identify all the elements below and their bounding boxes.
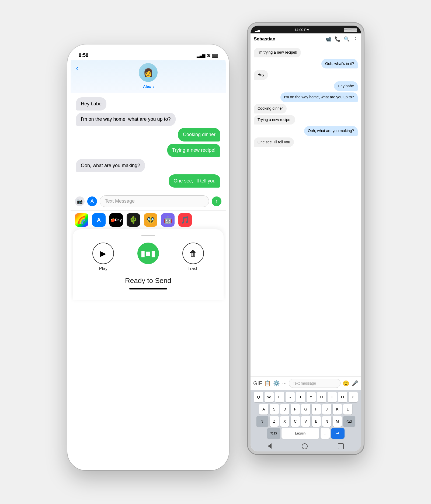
contact-name[interactable]: Alex ›: [142, 84, 154, 89]
android-contact-name: Sebastian: [254, 36, 323, 42]
voice-controls: ▶ Play ▮■▮ 🗑 Trash: [81, 243, 215, 271]
music-icon[interactable]: 🎵: [178, 213, 192, 227]
key-period[interactable]: .: [321, 428, 330, 439]
key-g[interactable]: G: [301, 404, 310, 415]
key-enter[interactable]: ↵: [331, 428, 345, 439]
appstore-app-icon[interactable]: A: [92, 213, 106, 227]
key-shift[interactable]: ⇧: [256, 416, 268, 427]
key-i[interactable]: I: [328, 392, 337, 402]
app-strip: 🌈 A 🍎Pay 🌵 🥸 🤖 🎵: [71, 210, 226, 229]
trash-button[interactable]: 🗑: [182, 243, 204, 264]
android-message-bubble: One sec, I'll tell you: [254, 137, 294, 147]
phone-icon[interactable]: 📞: [335, 36, 340, 42]
key-a[interactable]: A: [259, 404, 268, 415]
key-u[interactable]: U: [317, 392, 326, 402]
key-t[interactable]: T: [296, 392, 305, 402]
panel-handle: [141, 235, 155, 236]
android-status-bar: ▂▄ 14:00 PM ▓▓▓▓▓: [251, 26, 361, 33]
audio-wave-icon: ▮■▮: [137, 243, 159, 264]
key-f[interactable]: F: [291, 404, 300, 415]
play-control[interactable]: ▶ Play: [92, 243, 114, 271]
android-message-bubble: Ooh, what are you making?: [304, 126, 358, 136]
iphone-header: ‹ 👩 Alex ›: [71, 60, 226, 93]
play-button[interactable]: ▶: [92, 243, 114, 264]
iphone-screen: 8:58 ▂▄▆ ⌘ ▓▓ ‹ 👩 Alex › Hey babe I'm on…: [71, 48, 226, 467]
contact-chevron: ›: [152, 84, 155, 89]
back-nav-button[interactable]: [268, 443, 272, 449]
key-e[interactable]: E: [275, 392, 284, 402]
key-s[interactable]: S: [270, 404, 279, 415]
iphone-notch: [127, 44, 170, 54]
android-header-icons: 📹 📞 🔍 ⋮: [325, 36, 358, 42]
voice-panel: ▶ Play ▮■▮ 🗑 Trash Ready to Send: [73, 229, 224, 300]
key-c[interactable]: C: [291, 416, 300, 427]
dots-icon[interactable]: ···: [282, 380, 287, 386]
key-h[interactable]: H: [312, 404, 321, 415]
cactus-icon[interactable]: 🌵: [127, 213, 140, 227]
key-z[interactable]: Z: [270, 416, 279, 427]
recents-nav-button[interactable]: [338, 443, 344, 449]
key-m[interactable]: M: [333, 416, 342, 427]
back-button[interactable]: ‹: [76, 64, 78, 73]
android-message-bubble: Trying a new recipe!: [254, 115, 295, 125]
iphone-device: 8:58 ▂▄▆ ⌘ ▓▓ ‹ 👩 Alex › Hey babe I'm on…: [67, 44, 229, 470]
iphone-messages-list: Hey babe I'm on the way home, what are y…: [71, 93, 226, 192]
emoji-icon[interactable]: 🙂: [343, 380, 349, 386]
video-call-icon[interactable]: 📹: [325, 36, 331, 42]
android-message-bubble: Hey babe: [334, 81, 358, 91]
mic-icon[interactable]: 🎤: [352, 380, 358, 386]
send-button[interactable]: ↑: [212, 196, 221, 206]
key-n[interactable]: N: [322, 416, 331, 427]
key-q[interactable]: Q: [254, 392, 263, 402]
message-bubble: I'm on the way home, what are you up to?: [76, 113, 176, 126]
iphone-input-area: 📷 A Text Message ↑: [71, 192, 226, 210]
keyboard-row-2: A S D F G H J K L: [252, 404, 360, 415]
key-o[interactable]: O: [338, 392, 347, 402]
android-nav-bar: [251, 441, 361, 451]
keyboard-row-1: Q W E R T Y U I O P: [252, 392, 360, 402]
key-r[interactable]: R: [286, 392, 295, 402]
android-message-bubble: Hey: [254, 70, 268, 80]
gif-button[interactable]: GIF: [253, 380, 262, 386]
applepay-icon[interactable]: 🍎Pay: [109, 213, 123, 227]
message-bubble: One sec, I'll tell you: [169, 174, 220, 188]
key-space[interactable]: English: [281, 428, 319, 439]
android-messages-list: I'm trying a new recipe!! Ooh, what's in…: [251, 45, 361, 376]
android-message-bubble: I'm on the way home, what are you up to?: [280, 92, 358, 102]
key-k[interactable]: K: [333, 404, 342, 415]
key-p[interactable]: P: [349, 392, 358, 402]
key-b[interactable]: B: [312, 416, 321, 427]
camera-icon[interactable]: 📷: [75, 196, 85, 206]
clipboard-icon[interactable]: 📋: [264, 380, 271, 386]
key-v[interactable]: V: [301, 416, 310, 427]
message-input[interactable]: Text Message: [100, 195, 209, 207]
keyboard-row-3: ⇧ Z X C V B N M ⌫: [252, 416, 360, 427]
iphone-status-icons: ▂▄▆ ⌘ ▓▓: [197, 53, 218, 58]
iphone-home-indicator: [129, 288, 167, 289]
search-icon[interactable]: 🔍: [344, 36, 350, 42]
emoji1-icon[interactable]: 🥸: [144, 213, 157, 227]
message-bubble: Ooh, what are you making?: [76, 159, 145, 172]
appstore-icon[interactable]: A: [87, 196, 97, 206]
android-message-input[interactable]: Text message: [289, 379, 340, 388]
home-nav-button[interactable]: [302, 443, 308, 449]
key-d[interactable]: D: [280, 404, 289, 415]
key-w[interactable]: W: [265, 392, 274, 402]
trash-label: Trash: [187, 266, 198, 271]
emoji2-icon[interactable]: 🤖: [161, 213, 175, 227]
more-icon[interactable]: ⋮: [353, 36, 358, 42]
settings-icon[interactable]: ⚙️: [273, 380, 280, 386]
key-l[interactable]: L: [343, 404, 352, 415]
iphone-time: 8:58: [79, 53, 88, 58]
key-y[interactable]: Y: [307, 392, 316, 402]
key-numbers[interactable]: ?123: [267, 428, 280, 439]
trash-control[interactable]: 🗑 Trash: [182, 243, 204, 271]
wifi-icon: ⌘: [207, 53, 211, 58]
android-screen: ▂▄ 14:00 PM ▓▓▓▓▓ Sebastian 📹 📞 🔍 ⋮ I'm …: [251, 26, 361, 451]
key-delete[interactable]: ⌫: [343, 416, 355, 427]
key-j[interactable]: J: [322, 404, 331, 415]
photos-app-icon[interactable]: 🌈: [75, 213, 88, 227]
key-x[interactable]: X: [280, 416, 289, 427]
play-label: Play: [99, 266, 107, 271]
android-input-row: GIF 📋 ⚙️ ··· Text message 🙂 🎤: [251, 376, 361, 390]
